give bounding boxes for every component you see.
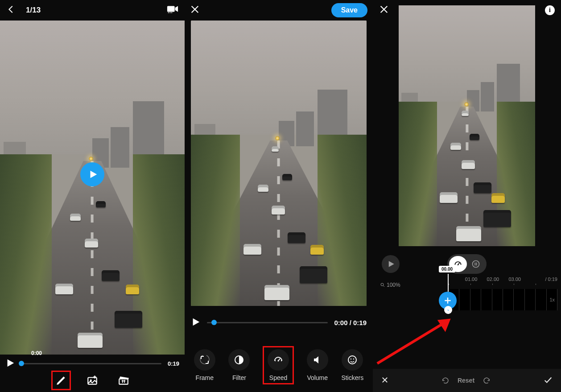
svg-marker-34 xyxy=(440,320,449,329)
panel1-header: 1/13 xyxy=(0,0,185,21)
svg-line-30 xyxy=(384,286,385,287)
svg-marker-12 xyxy=(193,318,200,326)
svg-line-33 xyxy=(377,320,449,363)
svg-rect-28 xyxy=(476,263,477,266)
speed-timeline[interactable]: 01.00 02.00 03.00 / 0:19 1x xyxy=(449,276,557,317)
confirm-button[interactable] xyxy=(543,375,553,386)
panel-gallery: 1/13 0:00 0:19 xyxy=(0,0,185,392)
seek-knob[interactable] xyxy=(211,320,217,325)
editor-preview[interactable] xyxy=(191,21,367,306)
svg-marker-5 xyxy=(90,170,97,178)
tool-label: Stickers xyxy=(341,374,363,381)
panel1-toolbar xyxy=(0,369,185,392)
svg-point-19 xyxy=(351,359,351,359)
undo-button[interactable] xyxy=(441,376,450,385)
timeline-ticks: 01.00 02.00 03.00 xyxy=(449,276,557,284)
tick-label: 03.00 xyxy=(508,276,521,282)
close-icon[interactable] xyxy=(190,4,200,16)
seek-track[interactable] xyxy=(207,322,328,323)
playhead[interactable] xyxy=(448,274,449,314)
panel3-footer: Reset xyxy=(373,369,561,392)
svg-point-29 xyxy=(381,283,384,286)
zoom-value: 100% xyxy=(387,282,400,288)
tool-speed[interactable]: Speed xyxy=(263,347,293,384)
clapboard-button[interactable] xyxy=(117,374,130,387)
svg-marker-1 xyxy=(175,6,178,12)
panel-editor: Save 0:00 / 0:19 Frame Filter Speed xyxy=(185,0,373,392)
zoom-indicator[interactable]: 100% xyxy=(380,282,400,288)
video-preview[interactable] xyxy=(0,21,185,355)
redo-button[interactable] xyxy=(483,376,491,385)
reset-button[interactable]: Reset xyxy=(458,377,474,384)
play-icon[interactable] xyxy=(191,317,201,328)
tool-filter[interactable]: Filter xyxy=(228,349,250,381)
panel2-header: Save xyxy=(185,0,373,21)
media-counter: 1/13 xyxy=(26,6,41,15)
seek-knob[interactable] xyxy=(19,361,24,366)
gopro-icon[interactable] xyxy=(167,4,178,17)
svg-point-25 xyxy=(458,264,459,265)
save-button[interactable]: Save xyxy=(331,3,367,17)
tool-frame[interactable]: Frame xyxy=(194,349,215,381)
tool-volume[interactable]: Volume xyxy=(307,349,328,381)
tick-label: 02.00 xyxy=(487,276,499,282)
info-icon[interactable]: i xyxy=(545,5,555,15)
speed-mode-freeze[interactable] xyxy=(467,256,485,272)
cancel-button[interactable] xyxy=(381,376,389,385)
svg-rect-4 xyxy=(171,12,172,13)
play-button[interactable] xyxy=(80,162,104,186)
panel2-scrubber: 0:00 / 0:19 xyxy=(191,312,367,333)
edit-button[interactable] xyxy=(54,374,68,387)
bolt-badge-icon xyxy=(444,306,452,314)
play-icon[interactable] xyxy=(5,358,15,369)
duration-label: 0:19 xyxy=(168,360,179,367)
svg-point-15 xyxy=(278,360,279,362)
svg-rect-27 xyxy=(475,263,476,266)
svg-marker-23 xyxy=(389,261,394,267)
tool-label: Speed xyxy=(269,374,287,381)
svg-marker-6 xyxy=(8,359,14,367)
tool-stickers[interactable]: Stickers xyxy=(341,349,363,381)
panel-speed: i 100% 01.00 02.00 0 xyxy=(373,0,561,392)
svg-rect-3 xyxy=(170,12,171,13)
panel3-header: i xyxy=(373,0,561,21)
timeline-lane[interactable]: 1x xyxy=(449,289,557,310)
close-icon[interactable] xyxy=(379,4,389,16)
add-photo-button[interactable] xyxy=(86,374,99,387)
svg-rect-2 xyxy=(168,12,169,13)
timeline-duration: / 0:19 xyxy=(545,276,557,282)
svg-point-26 xyxy=(473,261,479,268)
time-display: 0:00 / 0:19 xyxy=(334,319,367,326)
back-icon[interactable] xyxy=(6,4,16,17)
current-time-label: 0:00 xyxy=(31,350,42,356)
speed-preview[interactable] xyxy=(399,5,535,246)
svg-rect-0 xyxy=(167,6,175,12)
tool-label: Filter xyxy=(232,374,246,381)
seek-track[interactable] xyxy=(21,363,161,364)
panel3-controls xyxy=(373,253,561,275)
svg-rect-9 xyxy=(119,379,128,384)
annotation-arrow xyxy=(373,312,462,366)
add-speed-point-button[interactable] xyxy=(439,292,457,309)
speed-multiplier-label: 1x xyxy=(549,297,555,302)
play-button[interactable] xyxy=(382,255,400,273)
svg-point-20 xyxy=(353,359,354,359)
tick-label: 01.00 xyxy=(465,276,478,282)
panel2-toolbar: Frame Filter Speed Volume Stickers xyxy=(185,343,373,388)
tool-label: Volume xyxy=(307,374,328,381)
svg-point-18 xyxy=(348,356,356,364)
tool-label: Frame xyxy=(196,374,214,381)
